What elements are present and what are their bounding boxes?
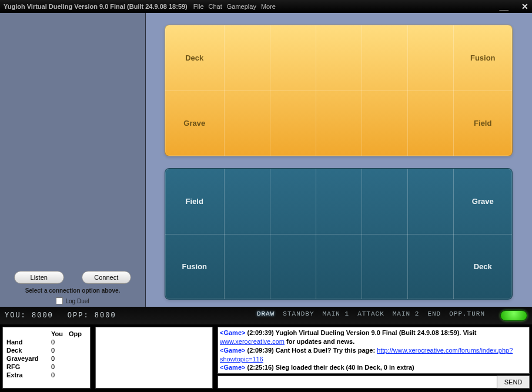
you-monster-1[interactable] (224, 234, 270, 299)
player-field: Field Grave Fusion Deck (165, 168, 513, 300)
chat-source: <Game> (220, 329, 245, 336)
opp-grave-zone[interactable]: Grave (165, 91, 224, 156)
opponent-field: Deck Fusion Grave Field (165, 25, 513, 156)
you-monster-4[interactable] (362, 234, 407, 299)
opp-monster-4[interactable] (362, 25, 407, 91)
you-field-zone[interactable]: Field (165, 169, 224, 234)
log-duel-label: Log Duel (65, 298, 89, 304)
phase-main2[interactable]: MAIN 2 (393, 310, 420, 321)
minimize-icon[interactable]: __ (499, 2, 508, 11)
table-row: Graveyard0 (6, 354, 86, 363)
you-st-5[interactable] (407, 169, 453, 234)
row-you: 0 (51, 346, 69, 354)
phase-standby[interactable]: STANDBY (283, 310, 314, 321)
status-bar: YOU: 8000 OPP: 8000 DRAW STANDBY MAIN 1 … (0, 307, 532, 324)
row-label: Graveyard (6, 355, 38, 362)
row-you: 0 (51, 338, 69, 346)
row-label: Hand (6, 339, 23, 346)
chat-source: <Game> (220, 364, 245, 371)
window-buttons: __ ✕ (499, 2, 528, 11)
opp-monster-5[interactable] (407, 25, 453, 91)
menu-file[interactable]: File (193, 3, 204, 10)
row-opp (69, 354, 86, 363)
you-lp: YOU: 8000 (5, 311, 53, 320)
opp-lp-label: OPP: (68, 311, 89, 320)
opp-field-zone[interactable]: Field (453, 91, 512, 156)
chat-line: <Game> (2:09:39) Cant Host a Duel? Try t… (220, 346, 527, 364)
opp-st-3[interactable] (316, 91, 362, 156)
send-button[interactable]: SEND (497, 376, 530, 388)
opp-st-4[interactable] (362, 91, 407, 156)
row-label: RFG (6, 363, 20, 370)
you-lp-value: 8000 (32, 311, 53, 320)
chat-text: (2:09:39) Cant Host a Duel? Try this pag… (245, 347, 377, 354)
row-label: Extra (6, 371, 23, 378)
row-opp (69, 338, 86, 346)
phase-draw[interactable]: DRAW (257, 310, 275, 321)
chat-panel: <Game> (2:09:39) Yugioh Virtual Dueling … (218, 327, 530, 388)
chat-text: for updates and news. (285, 338, 354, 345)
stats-col-blank (6, 330, 51, 338)
row-opp (69, 346, 86, 354)
opp-monster-2[interactable] (270, 25, 316, 91)
close-icon[interactable]: ✕ (521, 2, 528, 11)
main-area: Listen Connect Select a connection optio… (0, 13, 532, 307)
chat-line: <Game> (2:09:39) Yugioh Virtual Dueling … (220, 329, 527, 346)
app-menu: File Chat Gameplay More (191, 3, 278, 10)
next-phase-button[interactable] (500, 310, 527, 321)
you-lp-label: YOU: (5, 311, 26, 320)
you-monster-2[interactable] (270, 234, 316, 299)
hand-panel (95, 327, 213, 388)
opp-fusion-zone[interactable]: Fusion (453, 25, 512, 91)
you-deck-zone[interactable]: Deck (453, 234, 512, 299)
chat-source: <Game> (220, 347, 245, 354)
titlebar: Yugioh Virtual Dueling Version 9.0 Final… (0, 0, 532, 13)
opp-st-1[interactable] (224, 91, 270, 156)
row-you: 0 (51, 371, 69, 379)
listen-button[interactable]: Listen (14, 271, 64, 284)
phase-oppturn[interactable]: OPP.TURN (449, 310, 485, 321)
phase-attack[interactable]: ATTACK (357, 310, 384, 321)
table-row: Extra0 (6, 371, 86, 379)
menu-more[interactable]: More (261, 3, 276, 10)
opp-monster-3[interactable] (316, 25, 362, 91)
log-duel-option[interactable]: Log Duel (6, 297, 139, 304)
opp-st-2[interactable] (270, 91, 316, 156)
opp-lp: OPP: 8000 (68, 311, 116, 320)
stats-col-opp: Opp (69, 330, 86, 338)
phase-end[interactable]: END (427, 310, 441, 321)
chat-text: (2:09:39) Yugioh Virtual Dueling Version… (245, 329, 476, 336)
you-st-2[interactable] (270, 169, 316, 234)
table-row: Deck0 (6, 346, 86, 354)
you-st-1[interactable] (224, 169, 270, 234)
bottom-panels: You Opp Hand0 Deck0 Graveyard0 RFG0 Extr… (0, 324, 532, 391)
opp-deck-zone[interactable]: Deck (165, 25, 224, 91)
card-preview (0, 13, 145, 267)
menu-chat[interactable]: Chat (209, 3, 222, 10)
you-grave-zone[interactable]: Grave (453, 169, 512, 234)
you-st-4[interactable] (362, 169, 407, 234)
stats-panel: You Opp Hand0 Deck0 Graveyard0 RFG0 Extr… (2, 327, 91, 388)
phase-main1[interactable]: MAIN 1 (323, 310, 350, 321)
chat-text: (2:25:16) Sieg loaded their deck (40 in … (245, 364, 414, 371)
you-st-3[interactable] (316, 169, 362, 234)
you-monster-5[interactable] (407, 234, 453, 299)
chat-input-row: SEND (218, 376, 530, 388)
chat-link[interactable]: www.xerocreative.com (220, 338, 285, 345)
you-fusion-zone[interactable]: Fusion (165, 234, 224, 299)
row-you: 0 (51, 354, 69, 363)
board-area: Deck Fusion Grave Field (146, 13, 532, 307)
you-monster-3[interactable] (316, 234, 362, 299)
opp-st-5[interactable] (407, 91, 453, 156)
opp-lp-value: 8000 (95, 311, 116, 320)
connect-button[interactable]: Connect (82, 271, 132, 284)
menu-gameplay[interactable]: Gameplay (227, 3, 256, 10)
log-duel-checkbox[interactable] (56, 297, 63, 304)
connection-hint: Select a connection option above. (6, 287, 139, 294)
chat-input[interactable] (218, 376, 497, 388)
app-title: Yugioh Virtual Dueling Version 9.0 Final… (4, 3, 188, 10)
row-opp (69, 363, 86, 371)
opp-monster-1[interactable] (224, 25, 270, 91)
stats-col-you: You (51, 330, 69, 338)
left-pane: Listen Connect Select a connection optio… (0, 13, 146, 307)
